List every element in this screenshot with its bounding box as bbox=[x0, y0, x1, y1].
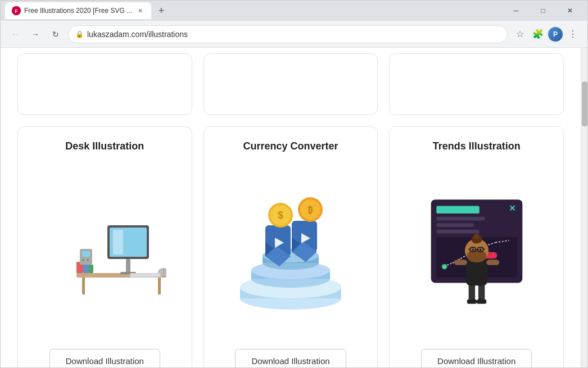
desk-card-title: Desk Illustration bbox=[65, 140, 144, 152]
svg-point-72 bbox=[467, 249, 486, 262]
lock-icon: 🔒 bbox=[75, 30, 84, 38]
url-bar[interactable]: 🔒 lukaszadam.com/illustrations bbox=[68, 25, 508, 43]
top-partial-row bbox=[17, 53, 564, 115]
new-tab-button[interactable]: + bbox=[153, 3, 169, 19]
currency-download-button[interactable]: Download Illustration bbox=[235, 349, 346, 367]
tab-strip: F Free Illustrations 2020 [Free SVG ... … bbox=[5, 2, 169, 19]
desk-illustration-card: Desk Illustration bbox=[17, 126, 192, 367]
forward-button[interactable]: → bbox=[28, 26, 43, 42]
trends-illustration: ✕ bbox=[401, 163, 552, 338]
svg-text:✕: ✕ bbox=[509, 203, 516, 213]
tab-favicon: F bbox=[12, 6, 21, 15]
svg-point-81 bbox=[474, 233, 480, 239]
url-text: lukaszadam.com/illustrations bbox=[87, 30, 188, 39]
trends-card-title: Trends Illustration bbox=[433, 140, 521, 152]
partial-card-3 bbox=[389, 53, 564, 115]
back-button[interactable]: ← bbox=[7, 26, 23, 42]
tab-close-button[interactable]: ✕ bbox=[135, 6, 144, 15]
svg-rect-51 bbox=[436, 223, 474, 227]
close-button[interactable]: ✕ bbox=[557, 1, 583, 21]
address-bar-actions: ☆ 🧩 P ⋮ bbox=[512, 26, 581, 42]
svg-rect-8 bbox=[126, 259, 130, 273]
svg-rect-66 bbox=[467, 299, 476, 304]
svg-rect-69 bbox=[454, 260, 467, 265]
browser-window: F Free Illustrations 2020 [Free SVG ... … bbox=[0, 0, 588, 368]
illustration-cards-row: Desk Illustration bbox=[17, 126, 564, 367]
address-bar: ← → ↻ 🔒 lukaszadam.com/illustrations ☆ 🧩… bbox=[1, 21, 587, 48]
currency-illustration: $ ₿ bbox=[215, 163, 367, 338]
svg-rect-4 bbox=[158, 278, 161, 294]
profile-avatar[interactable]: P bbox=[548, 27, 563, 42]
desk-illustration bbox=[29, 163, 180, 338]
svg-line-77 bbox=[483, 249, 485, 249]
active-tab[interactable]: F Free Illustrations 2020 [Free SVG ... … bbox=[5, 2, 151, 19]
window-controls: ─ □ ✕ bbox=[503, 1, 583, 21]
svg-rect-70 bbox=[486, 260, 499, 265]
tab-title: Free Illustrations 2020 [Free SVG ... bbox=[24, 7, 132, 15]
svg-rect-14 bbox=[82, 251, 90, 257]
svg-point-79 bbox=[479, 248, 481, 251]
svg-line-76 bbox=[468, 249, 470, 249]
svg-rect-64 bbox=[468, 283, 474, 301]
svg-rect-52 bbox=[436, 230, 480, 234]
scrollbar[interactable] bbox=[581, 48, 587, 367]
svg-point-16 bbox=[87, 259, 89, 261]
svg-rect-50 bbox=[436, 217, 485, 221]
trends-illustration-card: Trends Illustration ✕ bbox=[389, 126, 564, 367]
extensions-button[interactable]: 🧩 bbox=[530, 26, 546, 42]
currency-illustration-card: Currency Converter bbox=[203, 126, 378, 367]
svg-text:F: F bbox=[15, 8, 18, 14]
trends-download-button[interactable]: Download Illustration bbox=[421, 349, 532, 367]
svg-rect-68 bbox=[466, 258, 487, 285]
refresh-button[interactable]: ↻ bbox=[48, 26, 64, 42]
svg-point-78 bbox=[472, 248, 474, 251]
svg-rect-3 bbox=[82, 278, 85, 294]
partial-card-1 bbox=[17, 53, 192, 115]
svg-rect-65 bbox=[478, 283, 485, 301]
menu-button[interactable]: ⋮ bbox=[565, 26, 581, 42]
main-content: Desk Illustration bbox=[1, 48, 581, 367]
scrollbar-thumb[interactable] bbox=[582, 81, 587, 126]
svg-rect-67 bbox=[477, 299, 486, 304]
partial-card-2 bbox=[203, 53, 378, 115]
maximize-button[interactable]: □ bbox=[530, 1, 556, 21]
bookmark-button[interactable]: ☆ bbox=[512, 26, 528, 42]
svg-rect-7 bbox=[89, 265, 93, 273]
svg-point-56 bbox=[442, 265, 446, 269]
svg-point-15 bbox=[82, 259, 84, 261]
svg-text:₿: ₿ bbox=[308, 205, 313, 215]
title-bar: F Free Illustrations 2020 [Free SVG ... … bbox=[1, 1, 587, 21]
svg-rect-49 bbox=[436, 206, 480, 213]
minimize-button[interactable]: ─ bbox=[503, 1, 529, 21]
svg-rect-12 bbox=[113, 230, 123, 255]
desk-download-button[interactable]: Download Illustration bbox=[49, 349, 160, 367]
currency-card-title: Currency Converter bbox=[243, 140, 338, 152]
svg-text:$: $ bbox=[278, 210, 283, 221]
svg-rect-20 bbox=[131, 274, 160, 276]
page-content: Desk Illustration bbox=[1, 48, 587, 367]
